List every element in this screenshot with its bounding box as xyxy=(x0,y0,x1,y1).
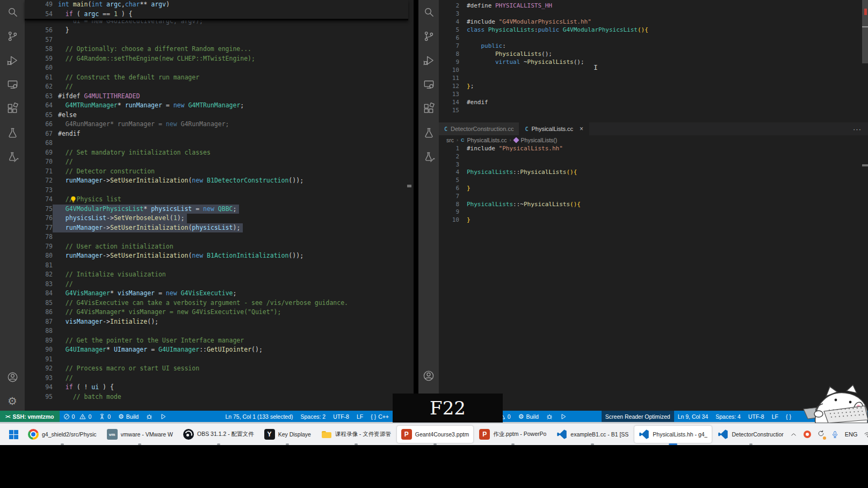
search-icon[interactable] xyxy=(0,0,25,24)
breadcrumb-item[interactable]: PhysicalLists.cc xyxy=(467,137,507,143)
remote-explorer-icon[interactable] xyxy=(0,72,25,97)
breadcrumb-item[interactable]: src xyxy=(446,137,454,143)
taskbar-item-powerpoint[interactable]: PGeant4Course3.pptm xyxy=(397,426,473,443)
code-line-86[interactable]: 86 // G4VisManager* visManager = new G4V… xyxy=(25,308,408,317)
code-line-78[interactable]: 78 xyxy=(25,232,408,242)
code-line-76[interactable]: 76 physicsList->SetVerboseLevel(1); xyxy=(25,214,408,223)
run-button[interactable] xyxy=(556,411,570,422)
testing-icon[interactable] xyxy=(418,121,439,145)
code-line-62[interactable]: 62 // xyxy=(25,82,408,92)
cmake-icon[interactable] xyxy=(0,145,25,169)
code-line-92[interactable]: 92 // Process macro or start UI session xyxy=(25,364,408,374)
sync-icon[interactable] xyxy=(817,429,825,440)
code-line-10[interactable]: 10} xyxy=(439,216,862,224)
indent-setting[interactable]: Spaces: 4 xyxy=(712,411,744,422)
code-line-12[interactable]: 12}; xyxy=(439,82,862,90)
code-area-cc[interactable]: 1#include "PhysicalLists.hh"234PhysicalL… xyxy=(439,145,862,224)
code-line-2[interactable]: 2 xyxy=(439,153,862,161)
code-line-54[interactable]: 54 if ( argc == 1 ) { xyxy=(25,10,408,19)
code-line-7[interactable]: 7 public: xyxy=(439,42,862,50)
code-line-87[interactable]: 87 visManager->Initialize(); xyxy=(25,317,408,327)
code-line-65[interactable]: 65#else xyxy=(25,111,408,120)
account-icon[interactable] xyxy=(418,369,439,382)
code-line-77[interactable]: 77 runManager->SetUserInitialization(phy… xyxy=(25,223,408,233)
code-line-8[interactable]: 8 PhysicalLists(); xyxy=(439,50,862,58)
build-button[interactable]: ⚙ Build xyxy=(114,411,142,422)
code-line-11[interactable]: 11 xyxy=(439,74,862,82)
source-control-icon[interactable] xyxy=(418,24,439,48)
run-debug-icon[interactable] xyxy=(0,48,25,72)
code-line-10[interactable]: 10 xyxy=(439,66,862,74)
code-line-5[interactable]: 5class PhysicalLists:public G4VModularPh… xyxy=(439,26,862,34)
code-line-89[interactable]: 89 // Get the pointer to the User Interf… xyxy=(25,336,408,346)
code-line-72[interactable]: 72 runManager->SetUserInitialization(new… xyxy=(25,176,408,186)
code-line-3[interactable]: 3 xyxy=(439,161,862,169)
account-icon[interactable] xyxy=(0,365,25,389)
taskbar-item-vscode[interactable]: PhysicalLists.hh - g4_ xyxy=(634,426,712,443)
eol-setting[interactable]: LF xyxy=(353,411,367,422)
language-mode[interactable]: { }C++ xyxy=(367,411,393,422)
taskbar-item-vmware[interactable]: vmvmware - VMware W xyxy=(103,426,177,443)
code-line-66[interactable]: 66 G4RunManager* runManager = new G4RunM… xyxy=(25,120,408,129)
taskbar-item-keydisplay[interactable]: YKey Displaye xyxy=(260,426,315,443)
code-line-84[interactable]: 84 G4VisManager* visManager = new G4VisE… xyxy=(25,289,408,298)
code-line-71[interactable]: 71 // Detector construction xyxy=(25,167,408,177)
code-line-79[interactable]: 79 // User action initialization xyxy=(25,242,408,252)
code-line-90[interactable]: 90 G4UImanager* UImanager = G4UImanager:… xyxy=(25,345,408,355)
build-button[interactable]: ⚙ Build xyxy=(515,411,542,422)
breadcrumb[interactable]: src›CPhysicalLists.cc›PhysicalLists() xyxy=(439,135,868,144)
cursor-position[interactable]: Ln 75, Col 1 (133 selected) xyxy=(221,411,296,422)
code-line-95[interactable]: 95 // batch mode xyxy=(25,392,408,402)
close-icon[interactable]: × xyxy=(580,125,583,133)
cmake-icon[interactable] xyxy=(418,145,439,169)
remote-indicator[interactable]: >< SSH: vmmtzmo xyxy=(0,411,60,422)
tray-app-icon[interactable] xyxy=(804,431,811,438)
language-mode[interactable]: { } xyxy=(782,411,795,422)
wifi-icon[interactable] xyxy=(864,431,868,439)
code-line-80[interactable]: 80 runManager->SetUserInitialization(new… xyxy=(25,251,408,261)
microphone-icon[interactable] xyxy=(831,431,839,439)
indent-setting[interactable]: Spaces: 2 xyxy=(296,411,329,422)
code-line-74[interactable]: 74 // Physics list xyxy=(25,195,408,205)
code-line-x[interactable]: ui = new G4UIExecutive(argc, argv); xyxy=(25,20,408,26)
code-line-13[interactable]: 13 xyxy=(439,90,862,98)
code-line-82[interactable]: 82 // Initialize visualization xyxy=(25,270,408,280)
taskbar-item-vscode[interactable]: exampleB1.cc - B1 [SS xyxy=(552,426,633,443)
run-button[interactable] xyxy=(156,411,170,422)
code-line-68[interactable]: 68 xyxy=(25,139,408,148)
code-line-75[interactable]: 75 G4VModularPhysicsList* physicsList = … xyxy=(25,205,408,214)
code-line-85[interactable]: 85 // G4VisExecutive can take a verbosit… xyxy=(25,298,408,308)
code-line-63[interactable]: 63#ifdef G4MULTITHREADED xyxy=(25,92,408,101)
source-control-icon[interactable] xyxy=(0,24,25,48)
tab-DetectorConstruction.cc[interactable]: CDetectorConstruction.cc xyxy=(439,122,519,135)
eol-setting[interactable]: LF xyxy=(768,411,782,422)
sticky-scroll[interactable]: 49int main(int argc,char** argv)54 if ( … xyxy=(25,0,408,20)
code-line-88[interactable]: 88 xyxy=(25,326,408,336)
code-line-60[interactable]: 60 xyxy=(25,63,408,73)
code-line-14[interactable]: 14#endif xyxy=(439,98,862,106)
taskbar-item-folder[interactable]: 课程录像 - 文件资源管 xyxy=(317,426,395,443)
extensions-icon[interactable] xyxy=(0,97,25,121)
tab-PhysicalLists.cc[interactable]: CPhysicalLists.cc× xyxy=(519,122,589,135)
encoding-setting[interactable]: UTF-8 xyxy=(744,411,768,422)
taskbar-item-vscode[interactable]: DetectorConstructior xyxy=(713,426,787,443)
code-line-64[interactable]: 64 G4MTRunManager* runManager = new G4MT… xyxy=(25,101,408,111)
scrollbar-thumb[interactable] xyxy=(407,185,411,187)
code-line-81[interactable]: 81 xyxy=(25,261,408,271)
code-line-69[interactable]: 69 // Set mandatory initialization class… xyxy=(25,148,408,158)
editor-actions-more-icon[interactable]: ··· xyxy=(847,122,868,135)
scrollbar-thumb-bottom[interactable] xyxy=(862,164,868,166)
code-line-9[interactable]: 9 virtual ~PhysicalLists(); xyxy=(439,58,862,66)
taskbar-item-obs[interactable]: OBS 31.1.2 - 配置文件 xyxy=(179,426,258,443)
code-line-49[interactable]: 49int main(int argc,char** argv) xyxy=(25,0,408,10)
tray-expand-icon[interactable] xyxy=(790,431,798,439)
taskbar-item-chrome[interactable]: g4_shield2/src/Physic xyxy=(24,426,101,443)
code-line-15[interactable]: 15 xyxy=(439,106,862,114)
code-line-1[interactable]: 1#include "PhysicalLists.hh" xyxy=(439,145,862,153)
code-line-5[interactable]: 5 xyxy=(439,177,862,185)
code-line-70[interactable]: 70 // xyxy=(25,157,408,167)
code-line-59[interactable]: 59 // G4Random::setTheEngine(new CLHEP::… xyxy=(25,54,408,64)
code-line-3[interactable]: 3 xyxy=(439,10,862,18)
testing-icon[interactable] xyxy=(0,121,25,145)
start-button[interactable] xyxy=(5,426,22,443)
